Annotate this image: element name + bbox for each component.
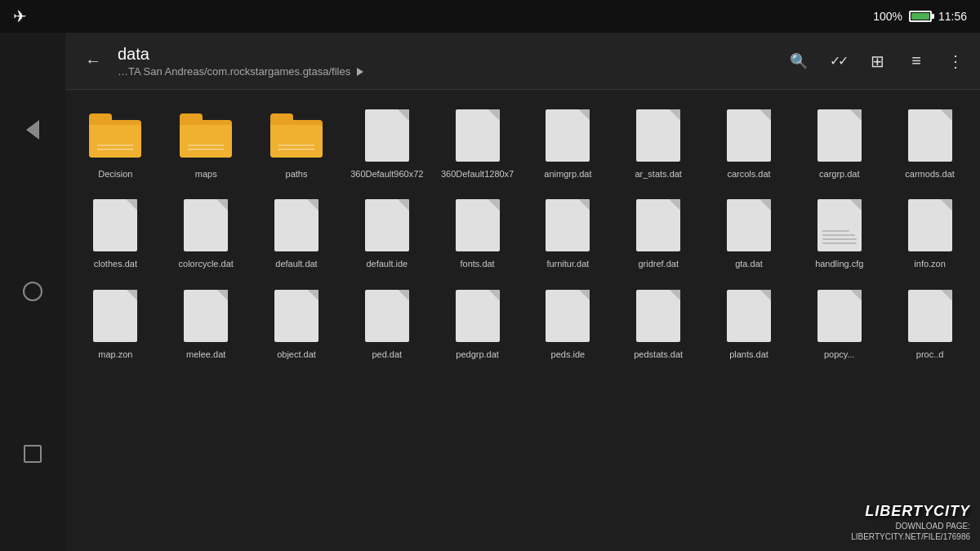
folder-front	[89, 125, 141, 158]
doc-icon	[727, 199, 771, 251]
file-icon-wrapper	[89, 106, 141, 165]
sort-button[interactable]	[905, 50, 928, 73]
status-right: 100% 11:56	[873, 10, 967, 23]
file-label: 360Default960x72	[350, 168, 423, 180]
file-item[interactable]: Decision	[72, 100, 159, 186]
doc-icon	[456, 290, 500, 342]
more-icon	[947, 51, 964, 71]
file-item[interactable]: info.zon	[886, 189, 973, 276]
file-label: peds.ide	[551, 349, 586, 360]
file-label: paths	[286, 168, 308, 180]
file-item[interactable]: gridref.dat	[615, 189, 702, 276]
doc-icon	[636, 109, 680, 162]
doc-icon	[365, 199, 409, 251]
file-item[interactable]: cargrp.dat	[795, 100, 883, 186]
watermark-line2: LIBERTYCITY.NET/FILE/176986	[851, 532, 970, 541]
file-item[interactable]: ped.dat	[343, 280, 430, 367]
folder-icon	[180, 113, 232, 158]
file-item[interactable]: fonts.dat	[434, 189, 521, 276]
file-item[interactable]: popcy...	[795, 280, 883, 367]
file-icon-wrapper	[180, 196, 232, 255]
file-icon-wrapper	[632, 287, 684, 345]
file-item[interactable]: colorcycle.dat	[163, 189, 250, 276]
doc-icon	[727, 290, 771, 342]
more-button[interactable]	[944, 50, 967, 73]
file-item[interactable]: peds.ide	[524, 280, 612, 367]
file-item[interactable]: object.dat	[253, 280, 341, 367]
file-item[interactable]: melee.dat	[163, 280, 250, 367]
doc-icon	[546, 199, 590, 251]
file-item[interactable]: map.zon	[72, 280, 159, 367]
folder-tab	[270, 113, 293, 125]
file-item[interactable]: pedgrp.dat	[434, 280, 521, 367]
file-item[interactable]: 360Default960x72	[343, 100, 430, 186]
doc-icon	[93, 290, 137, 342]
file-item[interactable]: furnitur.dat	[524, 189, 612, 276]
folder-icon	[270, 113, 323, 158]
doc-icon	[365, 290, 409, 342]
file-icon-wrapper	[723, 287, 775, 345]
doc-icon	[727, 109, 771, 162]
doc-icon	[817, 199, 862, 251]
file-label: plants.dat	[729, 349, 768, 360]
file-item[interactable]: default.ide	[343, 189, 430, 276]
nav-recents-icon[interactable]	[20, 441, 46, 467]
file-icon-wrapper	[723, 106, 775, 165]
file-label: handling.cfg	[815, 258, 863, 269]
doc-icon	[184, 199, 228, 251]
file-icon-wrapper	[813, 287, 866, 345]
toolbar: data …TA San Andreas/com.rockstargames.g…	[65, 33, 980, 90]
file-label: carcols.dat	[727, 168, 770, 180]
file-item[interactable]: proc..d	[886, 280, 973, 367]
file-item[interactable]: paths	[253, 100, 341, 186]
file-label: gta.dat	[735, 258, 763, 269]
file-item[interactable]: ar_stats.dat	[615, 100, 702, 186]
folder-line	[278, 144, 314, 146]
back-button[interactable]	[78, 47, 108, 76]
file-icon-wrapper	[361, 106, 413, 165]
doc-icon	[274, 199, 318, 251]
file-item[interactable]: carcols.dat	[706, 100, 793, 186]
select-all-button[interactable]	[826, 50, 849, 73]
file-icon-wrapper	[89, 287, 141, 345]
status-bar: ✈ 100% 11:56	[0, 0, 980, 33]
toolbar-title-area: data …TA San Andreas/com.rockstargames.g…	[118, 45, 777, 78]
doc-line	[822, 230, 850, 232]
search-button[interactable]	[787, 50, 810, 73]
file-item[interactable]: maps	[163, 100, 250, 186]
file-item[interactable]: gta.dat	[706, 189, 793, 276]
file-label: animgrp.dat	[544, 168, 591, 180]
grid-view-button[interactable]	[866, 50, 889, 73]
file-item[interactable]: pedstats.dat	[615, 280, 702, 367]
file-item[interactable]: animgrp.dat	[524, 100, 612, 186]
file-icon-wrapper	[180, 287, 232, 345]
file-item[interactable]: default.dat	[253, 189, 341, 276]
file-icon-wrapper	[180, 106, 232, 165]
file-icon-wrapper	[270, 196, 323, 255]
file-label: maps	[195, 168, 217, 180]
file-item[interactable]: handling.cfg	[795, 189, 883, 276]
file-label: clothes.dat	[94, 258, 137, 269]
file-icon-wrapper	[89, 196, 141, 255]
folder-path: …TA San Andreas/com.rockstargames.gtasa/…	[118, 65, 777, 78]
file-icon-wrapper	[452, 287, 504, 345]
doc-icon	[274, 290, 318, 342]
file-item[interactable]: carmods.dat	[886, 100, 973, 186]
file-item[interactable]: clothes.dat	[72, 189, 159, 276]
doc-line	[822, 234, 855, 236]
nav-home-icon[interactable]	[20, 278, 46, 304]
file-label: popcy...	[824, 349, 855, 360]
file-icon-wrapper	[541, 287, 594, 345]
file-label: default.dat	[275, 258, 317, 269]
file-label: pedstats.dat	[634, 349, 683, 360]
doc-icon	[93, 199, 137, 251]
sort-icon	[911, 51, 921, 70]
file-icon-wrapper	[632, 106, 684, 165]
file-icon-wrapper	[904, 196, 956, 255]
file-label: ped.dat	[372, 349, 402, 360]
nav-back-icon[interactable]	[20, 117, 46, 143]
side-nav	[0, 33, 65, 551]
file-item[interactable]: 360Default1280x7	[434, 100, 521, 186]
file-item[interactable]: plants.dat	[706, 280, 793, 367]
folder-tab	[89, 113, 112, 125]
